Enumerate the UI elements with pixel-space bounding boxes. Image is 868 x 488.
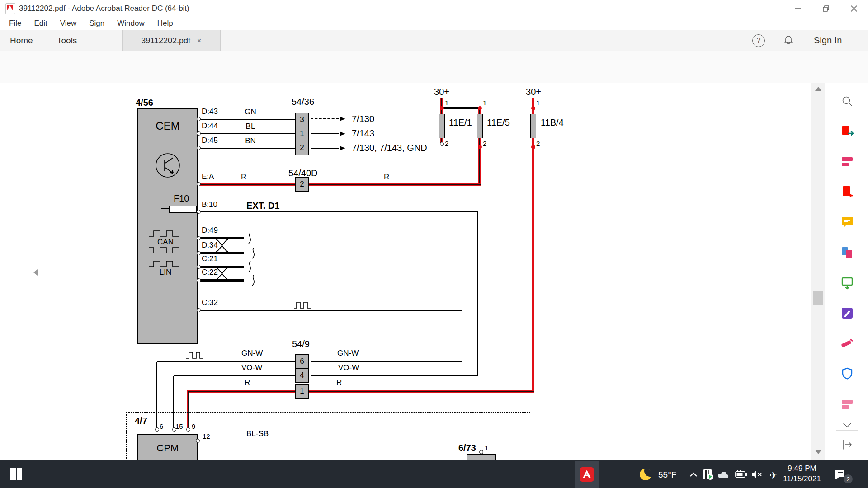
notifications-button[interactable] xyxy=(782,34,795,49)
left-panel-collapse-icon[interactable] xyxy=(33,269,38,276)
twisted-pair-icon xyxy=(212,262,232,284)
wire-c32-drop xyxy=(462,310,462,362)
pdf-page-canvas[interactable] xyxy=(0,83,811,460)
speaker-muted-icon xyxy=(751,469,764,480)
tab-close-icon[interactable]: × xyxy=(197,36,202,46)
cem-fuse-label: F10 xyxy=(174,193,189,203)
component-ref-cem: 4/56 xyxy=(136,98,153,108)
fuse-11b4-symbol xyxy=(530,114,536,138)
panel-redact-tool[interactable] xyxy=(840,336,854,351)
panel-share-button[interactable] xyxy=(840,437,854,452)
wire-color-vow-right: VO-W xyxy=(338,364,359,372)
wire-gnw-right xyxy=(311,361,462,362)
minimize-button[interactable] xyxy=(784,0,812,17)
wire-vow-left xyxy=(174,375,295,376)
fuse3-output-wire xyxy=(532,98,534,392)
help-button[interactable]: ? xyxy=(752,34,765,47)
panel-more-tool[interactable] xyxy=(840,397,854,411)
connector-label-5440d: 54/40D xyxy=(288,168,318,178)
taskbar-clock[interactable]: 9:49 PM 11/15/2021 xyxy=(778,464,826,484)
scrollbar-thumb[interactable] xyxy=(813,291,823,305)
cpm-pin6-circle xyxy=(155,427,159,432)
temperature-label[interactable]: 55°F xyxy=(658,470,676,480)
wire-color-gnw-right: GN-W xyxy=(337,349,359,358)
panel-create-pdf-tool[interactable] xyxy=(840,185,854,199)
twisted-pair-icon xyxy=(212,234,232,256)
tray-media-app[interactable] xyxy=(700,466,716,483)
panel-export-pdf-tool[interactable] xyxy=(840,124,854,139)
menu-help[interactable]: Help xyxy=(151,19,179,28)
window-title: 39112202.pdf - Adobe Acrobat Reader DC (… xyxy=(19,4,189,13)
moon-icon xyxy=(640,469,651,480)
tab-bar: Home Tools 39112202.pdf × ? Sign In xyxy=(0,30,868,52)
panel-edit-pdf-tool[interactable] xyxy=(840,306,854,320)
restore-button[interactable] xyxy=(812,0,840,17)
wire-gnw-left xyxy=(157,361,295,362)
wire-color-bn: BN xyxy=(241,137,259,145)
airplane-icon: ✈ xyxy=(769,470,778,481)
component-ref-673: 6/73 xyxy=(458,443,476,453)
tray-onedrive[interactable] xyxy=(716,466,732,483)
start-button[interactable] xyxy=(10,468,23,482)
windows-logo-icon xyxy=(10,468,23,480)
menu-window[interactable]: Window xyxy=(111,19,151,28)
panel-search-tool[interactable] xyxy=(840,94,854,108)
junction-dot xyxy=(531,145,535,149)
panel-comment-tool[interactable] xyxy=(840,215,854,230)
tab-home[interactable]: Home xyxy=(10,30,33,51)
cem-pin-circle xyxy=(197,251,201,255)
square-wave-icon xyxy=(148,247,183,254)
menu-file[interactable]: File xyxy=(3,19,28,28)
connector-cavity: 2 xyxy=(295,141,309,155)
arrow-icon xyxy=(340,117,345,121)
scroll-down-icon[interactable] xyxy=(815,450,821,454)
menu-edit[interactable]: Edit xyxy=(28,19,53,28)
tray-show-hidden-icons[interactable] xyxy=(685,466,702,483)
connector-pin-number: 1 xyxy=(485,445,488,452)
title-bar: 39112202.pdf - Adobe Acrobat Reader DC (… xyxy=(0,0,868,17)
wire-target-2: 7/143 xyxy=(352,128,374,138)
bell-icon xyxy=(782,34,795,47)
battery-charging-icon xyxy=(734,469,748,480)
cpm-pin-number: 9 xyxy=(192,423,195,431)
cem-pin-circle xyxy=(197,146,201,150)
wire-ea-red xyxy=(200,183,481,186)
tray-battery[interactable] xyxy=(733,466,749,483)
wire-d43-gn xyxy=(200,119,295,120)
fuse-bridge-wire xyxy=(442,107,481,109)
clock-date: 11/15/2021 xyxy=(778,474,826,484)
help-icon: ? xyxy=(752,34,765,47)
panel-scan-ocr-tool[interactable] xyxy=(840,276,854,290)
panel-organize-pages-tool[interactable] xyxy=(840,155,854,169)
tray-volume[interactable] xyxy=(749,466,765,483)
wire-b10 xyxy=(200,211,478,212)
menu-view[interactable]: View xyxy=(54,19,83,28)
wire-blsb xyxy=(199,441,481,441)
vertical-scrollbar[interactable] xyxy=(811,83,825,460)
wire-break-icon xyxy=(246,232,252,244)
tab-document[interactable]: 39112202.pdf × xyxy=(122,30,221,51)
pin-label-d45: D:45 xyxy=(202,136,218,145)
fuse-11e5-symbol xyxy=(477,114,483,138)
create-pdf-icon xyxy=(840,185,854,199)
tray-weather[interactable] xyxy=(637,466,654,483)
fuse-pin: 1 xyxy=(483,99,486,107)
sign-in-button[interactable]: Sign In xyxy=(814,35,842,46)
wire-break-icon xyxy=(246,261,252,272)
wire-color-bl: BL xyxy=(241,122,259,131)
connector-cavity: 1 xyxy=(295,127,309,141)
fuse-pin: 2 xyxy=(445,140,448,148)
taskbar-acrobat[interactable] xyxy=(579,466,595,483)
cem-pin-circle xyxy=(197,210,201,214)
scroll-up-icon[interactable] xyxy=(815,87,821,91)
panel-protect-tool[interactable] xyxy=(840,366,854,381)
close-button[interactable] xyxy=(840,0,868,17)
panel-combine-files-tool[interactable] xyxy=(840,245,854,260)
menu-sign[interactable]: Sign xyxy=(83,19,111,28)
pin-label-b10: B:10 xyxy=(202,201,217,209)
connector-label-5436: 54/36 xyxy=(292,97,314,107)
wire-out xyxy=(311,133,339,134)
fuse-pin: 1 xyxy=(445,99,448,107)
tab-tools[interactable]: Tools xyxy=(57,30,77,51)
wire-color-gnw-left: GN-W xyxy=(241,349,263,358)
